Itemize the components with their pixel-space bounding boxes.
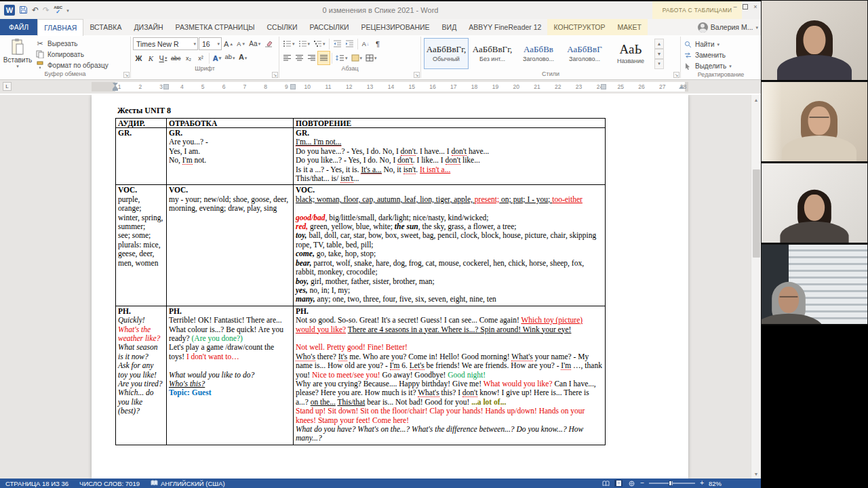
tab-abbyy[interactable]: ABBYY FineReader 12 — [462, 19, 547, 35]
styles-gallery-more-icon[interactable]: ▾ — [654, 59, 664, 69]
ruler-column-marker[interactable] — [163, 84, 169, 89]
align-center-button[interactable] — [294, 52, 305, 64]
table-cell[interactable]: VOC.black; woman, floor, cap, autumn, le… — [294, 185, 606, 306]
save-icon[interactable] — [19, 5, 28, 16]
redo-icon[interactable]: ↷ — [43, 6, 50, 14]
paragraph-dialog-launcher[interactable]: ↘ — [414, 72, 420, 78]
subscript-button[interactable]: x₂ — [183, 52, 195, 64]
web-layout-icon[interactable] — [627, 480, 635, 487]
highlight-button[interactable]: ab▾ — [224, 52, 237, 64]
strikethrough-button[interactable]: abc — [170, 52, 182, 64]
clipboard-dialog-launcher[interactable]: ↘ — [123, 72, 130, 78]
table-cell[interactable]: PH.Terrible! OK! Fantastic! There are...… — [167, 306, 294, 445]
proofing-status[interactable]: АНГЛИЙСКИЙ (США) — [151, 480, 225, 487]
column-header[interactable]: ОТРАБОТКА — [167, 119, 294, 128]
change-case-button[interactable]: Аа▾ — [248, 37, 262, 50]
table-cell[interactable]: PH.Not so good. So-so. Great! It's a sec… — [294, 306, 606, 445]
column-header[interactable]: АУДИР. — [116, 119, 167, 128]
video-tile-1[interactable] — [761, 0, 868, 81]
font-family-combo[interactable]: Times New R ▾ — [133, 37, 198, 50]
print-layout-icon[interactable] — [614, 480, 623, 487]
tab-view[interactable]: ВИД — [436, 19, 463, 35]
minimize-button[interactable]: – — [731, 3, 739, 11]
align-left-button[interactable] — [281, 52, 293, 64]
table-cell[interactable]: PH.Quickly!What's the weather like?What … — [116, 306, 167, 445]
ruler-column-marker[interactable] — [290, 84, 296, 89]
clear-formatting-button[interactable] — [262, 37, 274, 50]
align-right-button[interactable] — [306, 52, 317, 64]
word-count[interactable]: ЧИСЛО СЛОВ: 7019 — [79, 480, 140, 487]
show-marks-button[interactable]: ¶ — [372, 37, 384, 50]
page-indicator[interactable]: СТРАНИЦА 18 ИЗ 36 — [5, 480, 68, 487]
styles-scroll-down-icon[interactable]: ▼ — [654, 49, 664, 59]
replace-button[interactable]: Заменить — [683, 49, 759, 60]
account-chip[interactable]: Валерия М... ▾ — [698, 19, 758, 35]
video-tile-2[interactable] — [761, 81, 868, 163]
font-size-combo[interactable]: 16 ▾ — [199, 37, 222, 50]
style-heading2[interactable]: АаБбВвГ Заголово... — [562, 38, 607, 69]
tab-file[interactable]: ФАЙЛ — [0, 19, 37, 35]
sort-button[interactable]: А↓ — [360, 37, 372, 50]
zoom-in-button[interactable]: + — [700, 480, 704, 487]
copy-button[interactable]: Копировать — [33, 49, 111, 60]
find-button[interactable]: Найти ▾ — [683, 39, 759, 49]
read-mode-icon[interactable] — [601, 480, 610, 487]
table-cell[interactable]: GR.I'm... I'm not...Do you have...? - Ye… — [294, 128, 606, 185]
close-button[interactable]: × — [751, 3, 760, 11]
style-heading1[interactable]: АаБбВв Заголово... — [516, 38, 561, 69]
zoom-slider[interactable] — [649, 483, 695, 484]
scrollbar-thumb[interactable] — [753, 169, 760, 258]
table-cell[interactable]: VOC.my - your; new/old; shoe, goose, dee… — [167, 185, 294, 306]
superscript-button[interactable]: x² — [195, 52, 207, 64]
tab-mailings[interactable]: РАССЫЛКИ — [304, 19, 355, 35]
table-cell[interactable]: GR. — [116, 128, 167, 185]
column-header[interactable]: ПОВТОРЕНИЕ — [294, 119, 606, 128]
select-button[interactable]: Выделить ▾ — [683, 60, 759, 71]
paste-button[interactable]: Вставить ▾ — [2, 37, 33, 68]
word-logo-icon[interactable]: W — [4, 5, 15, 16]
zoom-level[interactable]: 82% — [709, 480, 722, 487]
text-effects-button[interactable]: А▾ — [212, 52, 223, 64]
borders-button[interactable]: ▾ — [364, 52, 378, 64]
undo-icon[interactable]: ↶ — [32, 6, 39, 14]
right-indent-marker[interactable] — [679, 85, 684, 89]
multilevel-list-button[interactable]: ▾ — [312, 37, 327, 50]
video-tile-4[interactable] — [761, 244, 868, 325]
horizontal-ruler[interactable]: 1234567891011121314151617181920212223242… — [92, 82, 688, 92]
styles-scroll-up-icon[interactable]: ▲ — [654, 39, 664, 49]
left-indent-marker[interactable] — [113, 89, 118, 91]
zoom-slider-thumb[interactable] — [669, 481, 672, 486]
document-page[interactable]: Жесты UNIT 8 АУДИР. ОТРАБОТКА ПОВТОРЕНИЕ… — [92, 95, 688, 479]
tab-references[interactable]: ССЫЛКИ — [260, 19, 303, 35]
font-color-button[interactable]: А▾ — [237, 52, 249, 64]
tab-design[interactable]: ДИЗАЙН — [127, 19, 169, 35]
font-dialog-launcher[interactable]: ↘ — [272, 72, 278, 78]
tab-table-layout[interactable]: МАКЕТ — [612, 19, 648, 35]
qat-customize-icon[interactable]: ▾ — [66, 8, 69, 13]
tab-stop-selector[interactable]: L — [3, 82, 12, 91]
style-no-spacing[interactable]: АаБбВвГг, Без инт... — [470, 38, 515, 69]
line-spacing-button[interactable]: ▾ — [334, 52, 349, 64]
style-title[interactable]: АаЬ Название — [608, 38, 653, 69]
tab-insert[interactable]: ВСТАВКА — [83, 19, 127, 35]
shading-button[interactable]: ▾ — [350, 52, 364, 64]
table-cell[interactable]: GR.Are you...? -Yes, I am.No, I'm not. — [167, 128, 294, 185]
restore-button[interactable] — [743, 4, 748, 9]
grow-font-button[interactable]: А▲ — [222, 37, 235, 50]
style-normal[interactable]: АаБбВвГг, Обычный — [424, 38, 469, 69]
tab-page-layout[interactable]: РАЗМЕТКА СТРАНИЦЫ — [170, 19, 261, 35]
underline-button[interactable]: Ч▾ — [157, 52, 169, 64]
tab-home[interactable]: ГЛАВНАЯ — [37, 19, 83, 36]
bold-button[interactable]: Ж — [133, 52, 144, 64]
cut-button[interactable]: ✂ Вырезать — [33, 38, 111, 49]
decrease-indent-button[interactable] — [332, 37, 343, 50]
scroll-up-icon[interactable]: ▲ — [751, 95, 761, 104]
scroll-down-icon[interactable]: ▼ — [751, 469, 761, 479]
bullets-button[interactable]: ▾ — [281, 37, 296, 50]
vertical-scrollbar[interactable]: ▲ ▼ — [751, 95, 761, 479]
format-painter-button[interactable]: Формат по образцу — [33, 60, 111, 70]
shrink-font-button[interactable]: А▼ — [235, 37, 247, 50]
numbering-button[interactable]: ▾ — [297, 37, 312, 50]
zoom-out-button[interactable]: − — [640, 480, 644, 487]
spellcheck-icon[interactable]: ABC✓ — [54, 6, 62, 14]
